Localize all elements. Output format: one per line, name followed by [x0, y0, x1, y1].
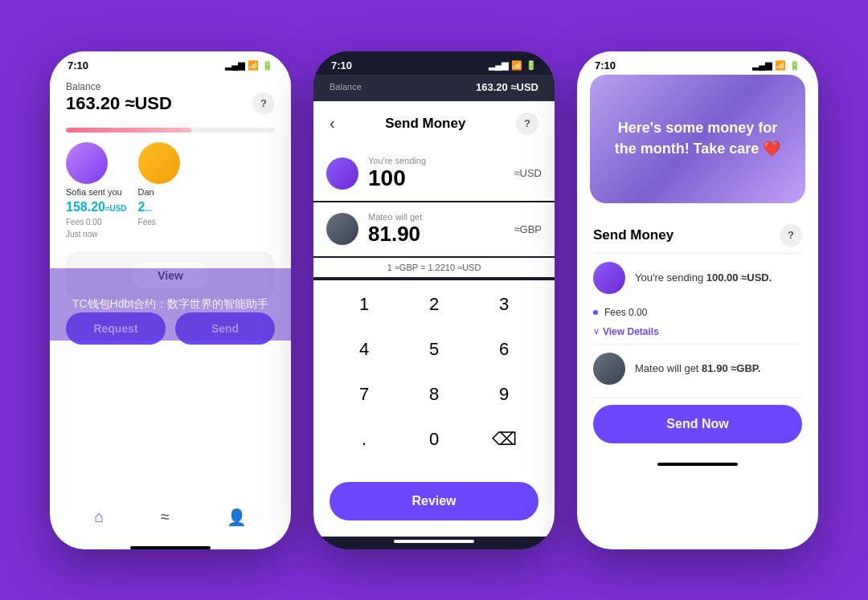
rate-bar: 1 ≈GBP = 1.2210 ≈USD	[313, 258, 555, 277]
send-now-wrap: Send Now	[577, 398, 818, 459]
receiving-currency: ≈GBP	[514, 223, 542, 235]
receive-section: Mateo will get 81.90 ≈GBP	[313, 202, 555, 256]
phone-3: 7:10 ▂▄▆ 📶 🔋 Here's some money for the m…	[577, 51, 818, 549]
view-details-text: View Details	[603, 326, 659, 337]
phone-1: 7:10 ▂▄▆ 📶 🔋 Balance 163.20 ≈USD ? Sofia…	[50, 51, 291, 549]
receiving-amount: 81.90	[368, 222, 422, 247]
view-details[interactable]: ∨ View Details	[577, 323, 818, 344]
sender-sofia-label: Sofia sent you	[66, 187, 127, 197]
sending-summary-text: You're sending 100.00 ≈USD.	[635, 271, 772, 284]
top-balance-label: Balance	[330, 82, 362, 92]
send-input-wrap: You're sending	[368, 156, 465, 191]
key-7[interactable]: 7	[330, 377, 399, 412]
send-header-3: Send Money ?	[577, 216, 818, 253]
review-btn-wrap: Review	[313, 472, 555, 537]
help-icon-1[interactable]: ?	[252, 92, 275, 115]
status-bar-1: 7:10 ▂▄▆ 📶 🔋	[50, 51, 291, 75]
fees-label: Fees 0.00	[604, 307, 647, 318]
home-indicator-2	[394, 540, 474, 543]
wifi-icon: 📶	[248, 60, 259, 71]
sending-label: You're sending	[368, 156, 465, 165]
balance-amount: 163.20 ≈USD	[66, 93, 172, 114]
transaction-dan[interactable]: Dan 2... Fees	[138, 142, 180, 239]
mateo-summary-text: Mateo will get 81.90 ≈GBP.	[635, 362, 760, 374]
key-6[interactable]: 6	[469, 332, 538, 367]
key-3[interactable]: 3	[469, 287, 538, 322]
balance-label: Balance	[66, 81, 275, 92]
key-backspace[interactable]: ⌫	[469, 422, 538, 457]
mateo-avatar-sm	[326, 213, 358, 245]
status-bar-3: 7:10 ▂▄▆ 📶 🔋	[577, 51, 818, 75]
sender-avatar-3	[593, 262, 625, 294]
mateo-avatar-lg	[593, 353, 625, 385]
key-2[interactable]: 2	[399, 287, 469, 322]
time-3: 7:10	[595, 59, 616, 71]
transaction-sofia[interactable]: Sofia sent you 158.20≈USD Fees 0.00 Just…	[66, 142, 127, 239]
gift-card: Here's some money for the month! Take ca…	[590, 75, 805, 203]
top-balance-value: 163.20 ≈USD	[476, 81, 538, 93]
key-5[interactable]: 5	[399, 332, 469, 367]
avatar-sofia	[66, 142, 108, 184]
transactions-list: Sofia sent you 158.20≈USD Fees 0.00 Just…	[50, 142, 291, 251]
home-header: Balance 163.20 ≈USD ?	[50, 75, 291, 124]
sofia-fee: Fees 0.00	[66, 218, 127, 227]
gift-message: Here's some money for the month! Take ca…	[606, 118, 789, 158]
fees-dot	[593, 310, 598, 315]
keypad: 1 2 3 4 5 6 7 8 9 . 0 ⌫	[313, 280, 555, 472]
overlay-text: TC钱包Hdbt合约：数字世界的智能助手	[72, 297, 268, 312]
phone-2: 7:10 ▂▄▆ 📶 🔋 Balance 163.20 ≈USD ‹ Send …	[313, 51, 555, 549]
sender-dan-label: Dan	[138, 187, 180, 197]
status-icons-1: ▂▄▆ 📶 🔋	[225, 60, 273, 71]
chevron-down-icon: ∨	[593, 326, 600, 337]
status-icons-3: ▂▄▆ 📶 🔋	[752, 60, 800, 71]
phone2-top-bar: Balance 163.20 ≈USD	[313, 75, 555, 101]
dan-amount: 2...	[138, 200, 180, 214]
key-0[interactable]: 0	[399, 422, 469, 457]
avatar-dan	[138, 142, 180, 184]
mateo-row: Mateo will get 81.90 ≈GBP.	[577, 345, 818, 398]
send-money-header: ‹ Send Money ?	[313, 101, 555, 146]
battery-icon-3: 🔋	[789, 60, 800, 71]
status-icons-2: ▂▄▆ 📶 🔋	[489, 60, 537, 71]
status-bar-2: 7:10 ▂▄▆ 📶 🔋	[313, 51, 555, 75]
progress-bar	[66, 128, 275, 133]
receive-wrap: Mateo will get 81.90	[368, 212, 422, 247]
screen-title-3: Send Money	[593, 227, 674, 243]
sending-currency: ≈USD	[514, 167, 542, 179]
back-button[interactable]: ‹	[330, 114, 335, 133]
signal-icon-2: ▂▄▆	[489, 60, 508, 71]
help-icon-3[interactable]: ?	[780, 224, 802, 247]
profile-nav-icon[interactable]: 👤	[227, 508, 247, 527]
fees-row: Fees 0.00	[577, 302, 818, 323]
key-8[interactable]: 8	[399, 377, 469, 412]
signal-icon-3: ▂▄▆	[752, 60, 772, 71]
key-9[interactable]: 9	[469, 377, 538, 412]
wifi-icon-3: 📶	[775, 60, 786, 71]
battery-icon-2: 🔋	[526, 60, 537, 71]
progress-fill	[66, 128, 191, 133]
key-1[interactable]: 1	[330, 287, 399, 322]
sofia-amount: 158.20≈USD	[66, 200, 127, 214]
key-dot[interactable]: .	[330, 422, 399, 457]
home-indicator	[130, 546, 211, 549]
time-2: 7:10	[331, 59, 352, 71]
sending-summary-row: You're sending 100.00 ≈USD.	[577, 254, 818, 302]
dan-fee: Fees	[138, 218, 180, 227]
home-nav-icon[interactable]: ⌂	[94, 508, 104, 526]
signal-icon: ▂▄▆	[225, 60, 244, 71]
amount-input[interactable]	[368, 165, 465, 191]
home-indicator-3	[657, 463, 738, 466]
overlay-band: TC钱包Hdbt合约：数字世界的智能助手	[50, 268, 291, 341]
battery-icon: 🔋	[262, 60, 273, 71]
help-icon-2[interactable]: ?	[516, 112, 538, 135]
time-1: 7:10	[68, 59, 88, 71]
bottom-nav: ⌂ ≈ 👤	[50, 500, 291, 543]
wifi-icon-2: 📶	[511, 60, 522, 71]
exchange-nav-icon[interactable]: ≈	[161, 508, 170, 526]
send-input-section: You're sending ≈USD	[313, 146, 555, 201]
receiving-label: Mateo will get	[368, 212, 422, 222]
sofia-time: Just now	[66, 230, 127, 239]
key-4[interactable]: 4	[330, 332, 399, 367]
review-button[interactable]: Review	[330, 482, 538, 520]
send-now-button[interactable]: Send Now	[593, 405, 802, 443]
